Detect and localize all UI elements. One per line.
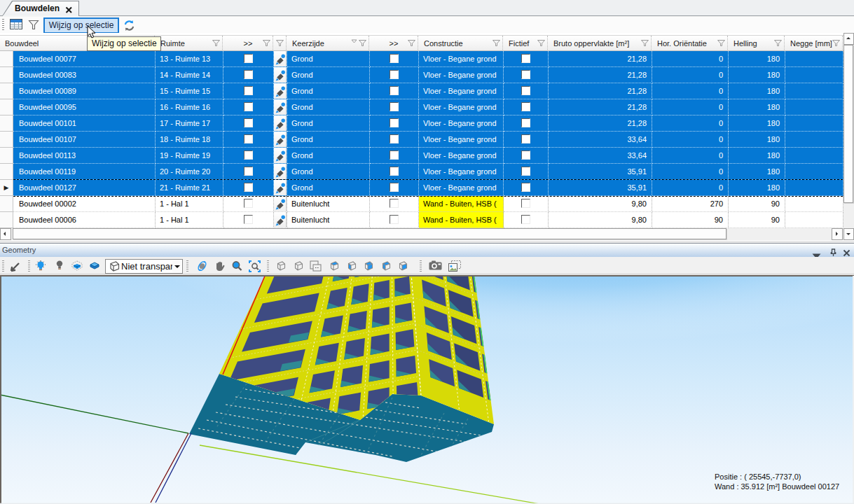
svg-text:Positie : ( 25545,-7737,0): Positie : ( 25545,-7737,0) xyxy=(715,472,801,481)
svg-text:Wand : 35.912 [m²] Bouwdeel 00: Wand : 35.912 [m²] Bouwdeel 00127 xyxy=(715,482,839,491)
